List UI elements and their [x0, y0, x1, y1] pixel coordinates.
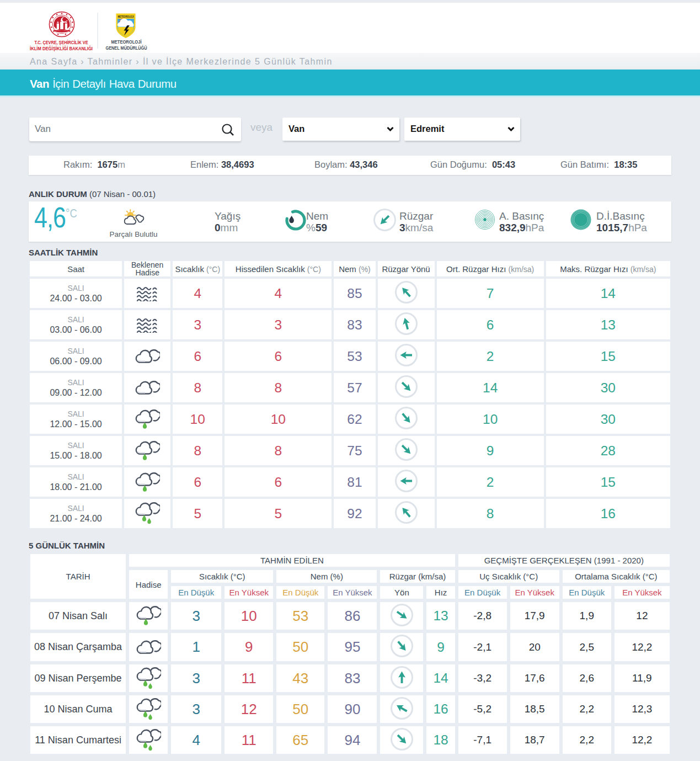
svg-text:METEOROLOJI: METEOROLOJI	[118, 15, 134, 18]
svg-text:GENEL MÜDÜRLÜĞÜ: GENEL MÜDÜRLÜĞÜ	[106, 45, 147, 51]
svg-text:İKLİM DEĞİŞİKLİĞİ BAKANLIĞI: İKLİM DEĞİŞİKLİĞİ BAKANLIĞI	[30, 45, 93, 51]
svg-text:T.C. ÇEVRE, ŞEHİRCİLİK VE: T.C. ÇEVRE, ŞEHİRCİLİK VE	[35, 40, 88, 45]
svg-text:METEOROLOJİ: METEOROLOJİ	[111, 39, 142, 45]
